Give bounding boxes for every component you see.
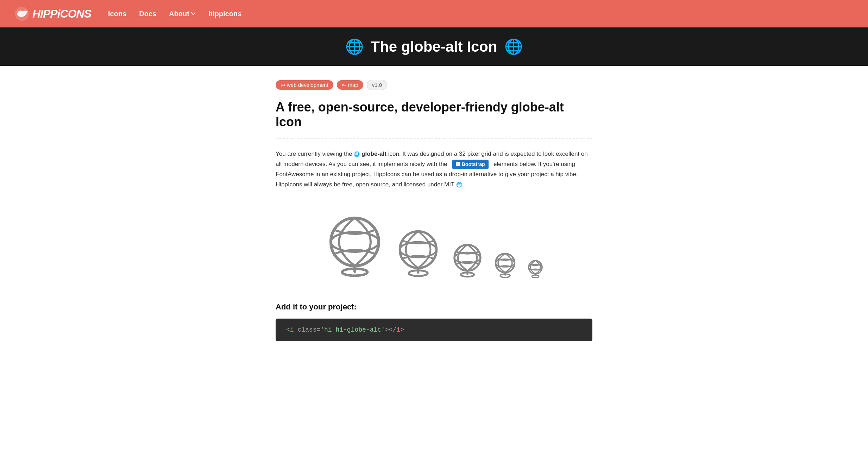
tag-icon: 🏷 bbox=[281, 82, 285, 88]
tag-map: 🏷 map bbox=[337, 80, 363, 90]
code-close-open: ></ bbox=[385, 326, 396, 333]
hero-banner: 🌐 The globe-alt Icon 🌐 bbox=[0, 27, 868, 66]
main-content: 🏷 web development 🏷 map v1.0 A free, ope… bbox=[265, 66, 603, 355]
code-attr-val: 'hi hi-globe-alt' bbox=[320, 326, 385, 333]
globe-svg-65 bbox=[494, 251, 517, 278]
code-block: <i class='hi hi-globe-alt'></i> bbox=[276, 319, 592, 341]
logo-icon bbox=[14, 6, 30, 21]
main-heading: A free, open-source, developer-friendy g… bbox=[276, 100, 592, 129]
globe-sizes-display bbox=[276, 204, 592, 285]
globe-size-45 bbox=[527, 259, 543, 278]
code-end-tag: i bbox=[396, 326, 400, 333]
code-final: > bbox=[400, 326, 404, 333]
nav-hippicons-link[interactable]: hippicons bbox=[208, 10, 241, 18]
navbar: HIPPiCONS Icons Docs About hippicons bbox=[0, 0, 868, 27]
inline-globe-icon: 🌐 bbox=[354, 151, 360, 157]
code-attr-name: class= bbox=[297, 326, 320, 333]
code-open-bracket: < bbox=[286, 326, 290, 333]
nav-docs-link[interactable]: Docs bbox=[139, 10, 156, 18]
divider bbox=[276, 138, 592, 139]
chevron-down-icon bbox=[191, 11, 196, 16]
globe-svg-170 bbox=[325, 211, 385, 278]
svg-point-20 bbox=[532, 275, 539, 278]
globe-size-130 bbox=[395, 226, 441, 278]
hero-globe-right: 🌐 bbox=[504, 38, 523, 55]
tag-version: v1.0 bbox=[367, 80, 387, 90]
globe-size-90 bbox=[452, 241, 483, 278]
logo-text: HIPPiCONS bbox=[32, 7, 91, 20]
nav-links: Icons Docs About hippicons bbox=[108, 10, 241, 18]
code-tag-name: i bbox=[290, 326, 294, 333]
inline-globe-icon-2: 🌐 bbox=[456, 182, 462, 187]
globe-svg-90 bbox=[452, 241, 483, 278]
nav-about-link[interactable]: About bbox=[169, 10, 196, 18]
globe-svg-130 bbox=[395, 226, 441, 278]
globe-size-65 bbox=[494, 251, 517, 278]
nav-icons-link[interactable]: Icons bbox=[108, 10, 126, 18]
tag-list: 🏷 web development 🏷 map v1.0 bbox=[276, 80, 592, 90]
globe-size-170 bbox=[325, 211, 385, 278]
bootstrap-badge: 🅱 Bootstrap bbox=[452, 160, 489, 169]
add-section-title: Add it to your project: bbox=[276, 302, 592, 312]
page-title: The globe-alt Icon bbox=[371, 38, 497, 55]
description-text: You are currently viewing the 🌐 globe-al… bbox=[276, 149, 592, 190]
tag-web-development: 🏷 web development bbox=[276, 80, 333, 90]
hero-globe-left: 🌐 bbox=[345, 38, 364, 55]
tag-map-icon: 🏷 bbox=[342, 82, 346, 88]
logo-link[interactable]: HIPPiCONS bbox=[14, 6, 91, 21]
globe-svg-45 bbox=[527, 259, 543, 278]
